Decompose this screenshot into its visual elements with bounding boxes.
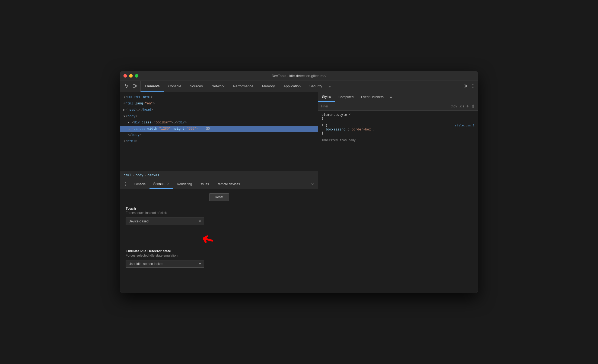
filter-cls-button[interactable]: .cls xyxy=(459,104,464,108)
gear-icon xyxy=(464,84,468,88)
settings-button[interactable] xyxy=(463,83,469,90)
minimize-button[interactable] xyxy=(129,74,133,78)
right-panel: Styles Computed Event Listeners » :hov .… xyxy=(318,92,478,293)
dom-line-html[interactable]: <html lang="en"> xyxy=(120,101,318,107)
red-arrow-icon: ➜ xyxy=(200,230,216,248)
left-panel: <!DOCTYPE html> <html lang="en"> ▶<head>… xyxy=(120,92,318,293)
touch-label: Touch xyxy=(126,206,313,210)
styles-tab-event-listeners[interactable]: Event Listeners xyxy=(357,92,387,102)
svg-rect-1 xyxy=(136,85,137,87)
styles-content: element.style { } * { style.css:1 box-si… xyxy=(318,111,478,293)
dom-line-body-open[interactable]: ▼<body> xyxy=(120,113,318,120)
dom-line-div[interactable]: ▶ <div class="toolbar">…</div> xyxy=(120,120,318,126)
device-icon xyxy=(133,84,137,88)
drawer: ⋮ Console Sensors ✕ Rendering Issues xyxy=(120,179,318,293)
idle-detector-label: Emulate Idle Detector state xyxy=(126,249,313,253)
touch-description: Forces touch instead of click xyxy=(126,211,313,215)
styles-filter-bar: :hov .cls + ⬆ xyxy=(318,102,478,111)
drawer-content: Reset Touch Forces touch instead of clic… xyxy=(120,189,318,293)
drawer-tab-dots[interactable]: ⋮ xyxy=(121,181,130,187)
cursor-icon xyxy=(125,84,129,88)
tab-security[interactable]: Security xyxy=(305,81,326,92)
close-button[interactable] xyxy=(123,74,127,78)
svg-point-2 xyxy=(465,85,467,87)
tab-performance[interactable]: Performance xyxy=(229,81,257,92)
breadcrumb: html › body › canvas xyxy=(120,171,318,179)
inherited-from-body: Inherited from body xyxy=(322,138,475,142)
dom-line-head[interactable]: ▶<head>…</head> xyxy=(120,107,318,113)
style-source-link[interactable]: style.css:1 xyxy=(455,124,475,127)
styles-tabs: Styles Computed Event Listeners » xyxy=(318,92,478,102)
filter-add-button[interactable]: + xyxy=(466,104,469,109)
dom-line-doctype: <!DOCTYPE html> xyxy=(120,94,318,101)
style-block-wildcard: * { style.css:1 box-sizing : border-box … xyxy=(322,124,475,135)
device-toggle-button[interactable] xyxy=(131,83,139,90)
svg-point-4 xyxy=(473,85,473,86)
more-button[interactable] xyxy=(471,83,475,90)
filter-hov-button[interactable]: :hov xyxy=(451,104,457,108)
window-controls xyxy=(123,74,138,78)
window-title: DevTools - idle-detection.glitch.me/ xyxy=(272,74,326,78)
drawer-tab-issues[interactable]: Issues xyxy=(196,179,213,189)
breadcrumb-html[interactable]: html xyxy=(123,173,131,177)
cursor-tool-button[interactable] xyxy=(123,83,131,90)
tab-elements[interactable]: Elements xyxy=(141,81,164,92)
tab-console[interactable]: Console xyxy=(164,81,186,92)
drawer-tab-sensors[interactable]: Sensors ✕ xyxy=(149,179,173,189)
main-toolbar: Elements Console Sources Network Perform… xyxy=(120,81,478,92)
drawer-tab-remote-devices[interactable]: Remote devices xyxy=(213,179,244,189)
idle-detector-section: Emulate Idle Detector state Forces selec… xyxy=(126,249,313,268)
breadcrumb-canvas[interactable]: canvas xyxy=(147,173,159,177)
more-dots-icon xyxy=(472,84,473,88)
styles-tab-computed[interactable]: Computed xyxy=(335,92,357,102)
maximize-button[interactable] xyxy=(135,74,138,78)
dom-tree: <!DOCTYPE html> <html lang="en"> ▶<head>… xyxy=(120,92,318,171)
title-bar: DevTools - idle-detection.glitch.me/ xyxy=(120,71,478,81)
drawer-tabs: ⋮ Console Sensors ✕ Rendering Issues xyxy=(120,179,318,189)
tab-network[interactable]: Network xyxy=(207,81,229,92)
touch-section: Touch Forces touch instead of click Devi… xyxy=(126,206,313,225)
tab-application[interactable]: Application xyxy=(279,81,305,92)
idle-detector-select[interactable]: User idle, screen locked User idle, scre… xyxy=(126,260,204,268)
idle-detector-description: Forces selected idle state emulation xyxy=(126,254,313,257)
reset-button[interactable]: Reset xyxy=(209,193,229,201)
annotation-arrow: ➜ xyxy=(202,232,313,247)
dom-line-body-close[interactable]: </body> xyxy=(120,132,318,138)
main-area: <!DOCTYPE html> <html lang="en"> ▶<head>… xyxy=(120,92,478,293)
drawer-tab-console[interactable]: Console xyxy=(130,179,149,189)
toolbar-icons xyxy=(121,81,141,92)
tab-overflow[interactable]: » xyxy=(326,84,333,89)
main-tabs: Elements Console Sources Network Perform… xyxy=(141,81,333,92)
styles-tab-styles[interactable]: Styles xyxy=(318,92,335,102)
tab-sources[interactable]: Sources xyxy=(186,81,207,92)
reset-area: Reset xyxy=(126,193,313,201)
svg-rect-0 xyxy=(133,85,135,87)
drawer-close-button[interactable]: ✕ xyxy=(308,182,317,186)
dom-line-canvas[interactable]: … <canvas width="1280" height="555"> == … xyxy=(120,126,318,132)
svg-point-3 xyxy=(473,84,473,85)
close-sensors-tab[interactable]: ✕ xyxy=(167,182,169,186)
toolbar-right xyxy=(463,83,477,90)
tab-memory[interactable]: Memory xyxy=(258,81,279,92)
svg-point-5 xyxy=(473,87,473,88)
touch-select[interactable]: Device-based Force enabled Force disable… xyxy=(126,218,204,225)
dom-line-html-close[interactable]: </html> xyxy=(120,138,318,145)
devtools-window: DevTools - idle-detection.glitch.me/ Ele… xyxy=(120,71,478,293)
style-block-element: element.style { } xyxy=(322,113,475,120)
styles-filter-input[interactable] xyxy=(321,104,449,108)
drawer-tab-rendering[interactable]: Rendering xyxy=(173,179,196,189)
styles-tab-overflow[interactable]: » xyxy=(387,95,394,100)
filter-scroll-top[interactable]: ⬆ xyxy=(471,103,475,109)
breadcrumb-body[interactable]: body xyxy=(135,173,143,177)
